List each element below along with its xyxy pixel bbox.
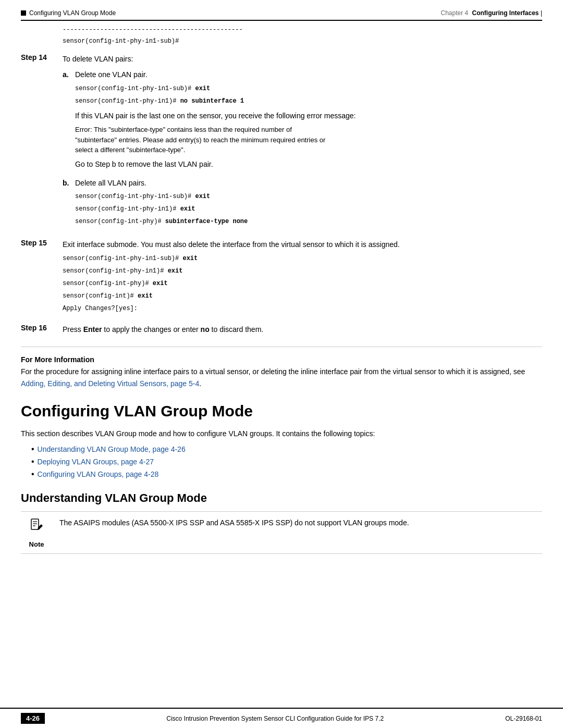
note-box: Note The ASAIPS modules (ASA 5500-X IPS …	[21, 511, 542, 554]
sub-a-code-1-normal: sensor(config-int-phy-in1-sub)#	[75, 85, 195, 92]
step-14-content: To delete VLAN pairs: a. Delete one VLAN…	[63, 53, 542, 231]
sub-b-code-2-normal: sensor(config-int-phy-in1)#	[75, 205, 180, 213]
step-14-row: Step 14 To delete VLAN pairs: a. Delete …	[21, 53, 542, 231]
sub-step-b-label: b.	[63, 177, 75, 189]
sensor-prompt-sub: sensor(config-int-phy-in1-sub)#	[21, 36, 542, 46]
chapter-label: Chapter 4	[440, 9, 468, 17]
bullet-dot-2: •	[31, 456, 34, 467]
sub-b-text: Delete all VLAN pairs.	[75, 177, 542, 189]
step-15-text: Exit interface submode. You must also de…	[63, 239, 542, 250]
bullet-link-2[interactable]: Deploying VLAN Groups, page 4-27	[38, 456, 154, 468]
virtual-sensors-link[interactable]: Adding, Editing, and Deleting Virtual Se…	[21, 379, 199, 388]
sub-b-code-2-bold: exit	[180, 205, 195, 213]
sub-a-code-2-bold: no subinterface 1	[180, 97, 244, 105]
go-to-step-b: Go to Step b to remove the last VLAN pai…	[75, 158, 542, 170]
for-more-info: For More Information For the procedure f…	[21, 355, 542, 389]
step-15-code-2: sensor(config-int-phy-in1)# exit	[63, 266, 542, 276]
sub-b-code-3: sensor(config-int-phy)# subinterface-typ…	[75, 217, 542, 226]
sub-a-code-2-normal: sensor(config-int-phy-in1)#	[75, 97, 180, 105]
section-h1-intro: This section describes VLAN Group mode a…	[21, 428, 542, 439]
footer-title: Cisco Intrusion Prevention System Sensor…	[45, 715, 505, 722]
sub-b-code-1: sensor(config-int-phy-in1-sub)# exit	[75, 192, 542, 201]
step-16-row: Step 16 Press Enter to apply the changes…	[21, 324, 542, 338]
breadcrumb: Configuring VLAN Group Mode	[29, 9, 116, 17]
sub-b-code-2: sensor(config-int-phy-in1)# exit	[75, 204, 542, 214]
note-icon-area: Note	[21, 517, 52, 548]
sub-step-a-label: a.	[63, 69, 75, 80]
step-15-code-5: Apply Changes?[yes]:	[63, 304, 542, 313]
sub-b-code-3-normal: sensor(config-int-phy)#	[75, 218, 165, 225]
step-16-content: Press Enter to apply the changes or ente…	[63, 324, 542, 338]
step-15-code-1: sensor(config-int-phy-in1-sub)# exit	[63, 254, 542, 263]
step-15-row: Step 15 Exit interface submode. You must…	[21, 239, 542, 316]
list-item-2: • Deploying VLAN Groups, page 4-27	[31, 456, 542, 468]
footer-doc-num: OL-29168-01	[505, 715, 542, 722]
section-h1-title: Configuring VLAN Group Mode	[21, 402, 542, 421]
sub-step-b: b. Delete all VLAN pairs. sensor(config-…	[63, 177, 542, 229]
note-pencil-icon	[28, 517, 45, 538]
page-container: ■ Configuring VLAN Group Mode Chapter 4 …	[0, 0, 563, 728]
note-text: The ASAIPS modules (ASA 5500-X IPS SSP a…	[59, 517, 542, 528]
square-icon: ■	[21, 10, 26, 16]
sub-b-code-1-bold: exit	[195, 193, 210, 200]
page-footer: 4-26 Cisco Intrusion Prevention System S…	[0, 708, 563, 728]
for-more-info-body: For the procedure for assigning inline i…	[21, 366, 542, 389]
step-14-label: Step 14	[21, 53, 63, 61]
sub-a-code-2: sensor(config-int-phy-in1)# no subinterf…	[75, 96, 542, 106]
page-header: ■ Configuring VLAN Group Mode Chapter 4 …	[0, 0, 563, 20]
sub-a-note: If this VLAN pair is the last one on the…	[75, 110, 542, 121]
list-item-3: • Configuring VLAN Groups, page 4-28	[31, 468, 542, 481]
sub-step-a: a. Delete one VLAN pair. sensor(config-i…	[63, 69, 542, 173]
sub-step-b-content: Delete all VLAN pairs. sensor(config-int…	[75, 177, 542, 229]
bullet-dot-1: •	[31, 443, 34, 455]
dashed-line: ----------------------------------------…	[21, 26, 542, 33]
bullet-list: • Understanding VLAN Group Mode, page 4-…	[31, 443, 542, 480]
svg-rect-0	[31, 519, 39, 529]
bullet-link-3[interactable]: Configuring VLAN Groups, page 4-28	[38, 468, 159, 481]
step-16-text: Press Enter to apply the changes or ente…	[63, 324, 542, 335]
footer-page-number: 4-26	[21, 713, 45, 724]
header-left: ■ Configuring VLAN Group Mode	[21, 9, 116, 17]
error-text: Error: This "subinterface-type" contains…	[75, 125, 542, 155]
content-area: ----------------------------------------…	[0, 21, 563, 708]
list-item-1: • Understanding VLAN Group Mode, page 4-…	[31, 443, 542, 456]
sub-b-code-1-normal: sensor(config-int-phy-in1-sub)#	[75, 193, 195, 200]
sub-a-code-1: sensor(config-int-phy-in1-sub)# exit	[75, 84, 542, 93]
sub-a-text: Delete one VLAN pair.	[75, 69, 542, 80]
step-15-code-3: sensor(config-int-phy)# exit	[63, 279, 542, 288]
bullet-dot-3: •	[31, 468, 34, 480]
section-divider-1	[21, 347, 542, 347]
step-16-label: Step 16	[21, 324, 63, 332]
sub-b-code-3-bold: subinterface-type none	[165, 218, 248, 225]
section-h2-title: Understanding VLAN Group Mode	[21, 491, 542, 505]
step-15-label: Step 15	[21, 239, 63, 247]
for-more-info-title: For More Information	[21, 355, 542, 364]
step-15-code-4: sensor(config-int)# exit	[63, 291, 542, 301]
chapter-title: Configuring Interfaces	[472, 9, 539, 17]
sub-step-a-content: Delete one VLAN pair. sensor(config-int-…	[75, 69, 542, 173]
sub-a-code-1-bold: exit	[195, 85, 210, 92]
bullet-link-1[interactable]: Understanding VLAN Group Mode, page 4-26	[38, 443, 186, 456]
note-label: Note	[29, 540, 44, 548]
step-15-content: Exit interface submode. You must also de…	[63, 239, 542, 316]
header-right: Chapter 4 Configuring Interfaces |	[440, 9, 542, 17]
step-14-text: To delete VLAN pairs:	[63, 53, 542, 65]
